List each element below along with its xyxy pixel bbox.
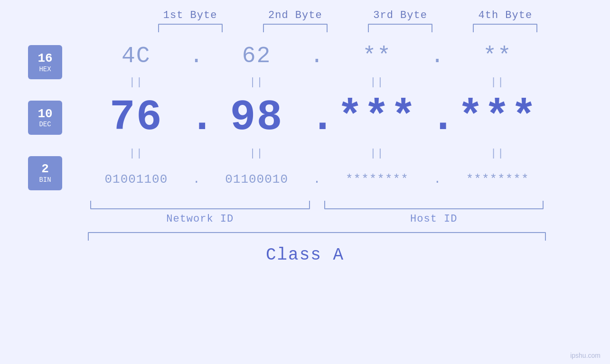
- bracket-byte3: [357, 24, 443, 32]
- hex-b1: 4C: [122, 43, 151, 69]
- hex-dec-separator: || || || ||: [85, 75, 548, 89]
- bin-b2: 01100010: [225, 172, 288, 187]
- dec-badge: 10 DEC: [28, 101, 62, 135]
- dec-row: 76 . 98 . *** . ***: [85, 89, 548, 146]
- dec-b2: 98: [230, 93, 283, 142]
- hex-badge-number: 16: [38, 52, 52, 65]
- bin-dot3: .: [430, 172, 444, 187]
- bin-b3: ********: [346, 172, 409, 187]
- byte4-header: 4th Byte: [462, 9, 548, 21]
- hex-badge-label: HEX: [39, 65, 51, 73]
- class-bracket-row: [0, 232, 610, 241]
- data-grid: 4C . 62 . ** . **: [85, 37, 548, 198]
- bin-b1: 01001100: [104, 172, 168, 187]
- hex-row: 4C . 62 . ** . **: [85, 37, 548, 75]
- bin-badge: 2 BIN: [28, 156, 62, 190]
- hex-b3: **: [363, 43, 392, 69]
- dec-badge-number: 10: [38, 107, 52, 121]
- hex-dot2: .: [310, 43, 324, 69]
- hex-b4: **: [483, 43, 512, 69]
- byte3-header: 3rd Byte: [357, 9, 443, 21]
- dec-dot1: .: [189, 93, 204, 142]
- bin-row: 01001100 . 01100010 . ******** .: [85, 160, 548, 198]
- badges-column: 16 HEX 10 DEC 2 BIN: [0, 37, 85, 198]
- host-id-label: Host ID: [319, 213, 549, 225]
- dec-dot2: .: [310, 93, 324, 142]
- hex-badge: 16 HEX: [28, 45, 62, 79]
- network-id-label: Network ID: [85, 213, 315, 225]
- byte1-header: 1st Byte: [147, 9, 233, 21]
- byte2-header: 2nd Byte: [252, 9, 338, 21]
- class-label: Class A: [266, 245, 344, 265]
- dec-b1: 76: [110, 93, 163, 142]
- dec-dot3: .: [430, 93, 444, 142]
- id-labels-row: Network ID Host ID: [0, 213, 610, 225]
- bin-dot2: .: [310, 172, 324, 187]
- bin-b4: ********: [466, 172, 529, 187]
- class-bracket-line: [88, 232, 546, 241]
- bottom-brackets: [0, 201, 610, 209]
- dec-bin-separator: || || || ||: [85, 146, 548, 160]
- bracket-byte4: [462, 24, 548, 32]
- bin-badge-number: 2: [41, 162, 49, 176]
- network-id-bracket: [90, 201, 310, 209]
- host-id-bracket: [324, 201, 544, 209]
- hex-b2: 62: [242, 43, 272, 69]
- bin-badge-label: BIN: [39, 176, 51, 184]
- hex-dot1: .: [189, 43, 204, 69]
- dec-badge-label: DEC: [39, 121, 51, 128]
- hex-dot3: .: [430, 43, 444, 69]
- dec-b4: ***: [458, 93, 537, 142]
- bracket-byte2: [252, 24, 338, 32]
- bin-dot1: .: [189, 172, 204, 187]
- class-label-row: Class A: [0, 245, 610, 265]
- bracket-byte1: [147, 24, 233, 32]
- dec-b3: ***: [337, 93, 417, 142]
- watermark: ipshu.com: [570, 352, 601, 359]
